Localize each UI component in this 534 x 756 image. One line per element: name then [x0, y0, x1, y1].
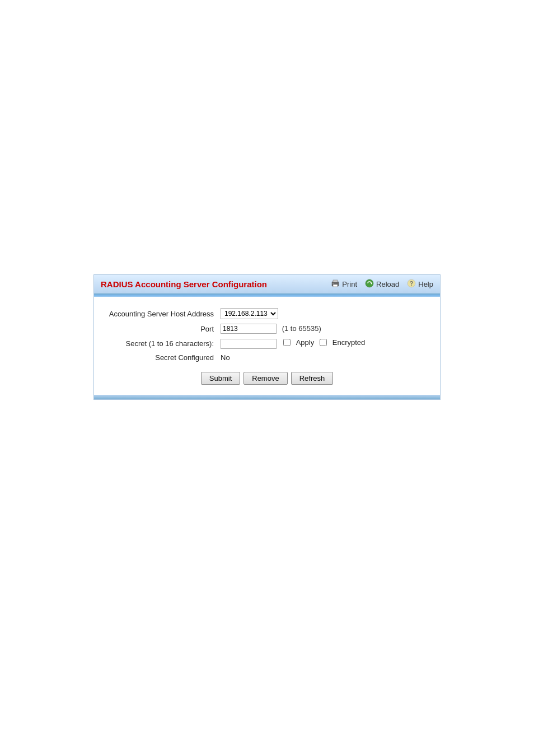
encrypted-checkbox[interactable] — [320, 339, 327, 346]
encrypted-group: Encrypted — [320, 338, 366, 347]
form-table: Accounting Server Host Address 192.168.2… — [105, 306, 429, 364]
remove-button[interactable]: Remove — [243, 372, 287, 385]
encrypted-label: Encrypted — [332, 338, 366, 347]
help-button[interactable]: ? Help — [407, 279, 433, 290]
accounting-host-value: 192.168.2.113 — [217, 306, 429, 321]
secret-configured-value: No — [217, 351, 429, 364]
svg-text:?: ? — [410, 281, 413, 287]
accounting-host-row: Accounting Server Host Address 192.168.2… — [105, 306, 429, 321]
accounting-host-select[interactable]: 192.168.2.113 — [221, 308, 278, 319]
reload-label: Reload — [376, 280, 399, 288]
panel-actions: Print Reload — [331, 279, 433, 290]
help-label: Help — [418, 280, 433, 288]
secret-label: Secret (1 to 16 characters): — [105, 336, 217, 351]
port-row: Port (1 to 65535) — [105, 321, 429, 336]
apply-group: Apply — [283, 338, 315, 347]
panel-header: RADIUS Accounting Server Configuration P… — [94, 275, 440, 295]
print-icon — [331, 279, 340, 290]
accounting-host-label: Accounting Server Host Address — [105, 306, 217, 321]
secret-configured-label: Secret Configured — [105, 351, 217, 364]
secret-configured-row: Secret Configured No — [105, 351, 429, 364]
secret-row: Secret (1 to 16 characters): Apply Encry… — [105, 336, 429, 351]
port-hint: (1 to 65535) — [282, 324, 321, 333]
print-button[interactable]: Print — [331, 279, 357, 290]
secret-value: Apply Encrypted — [217, 336, 429, 351]
reload-button[interactable]: Reload — [365, 279, 399, 290]
port-value: (1 to 65535) — [217, 321, 429, 336]
button-row: Submit Remove Refresh — [105, 372, 429, 385]
apply-checkbox[interactable] — [283, 339, 291, 346]
panel-title: RADIUS Accounting Server Configuration — [101, 279, 267, 289]
port-label: Port — [105, 321, 217, 336]
help-icon: ? — [407, 279, 416, 290]
secret-input[interactable] — [221, 339, 277, 349]
refresh-button[interactable]: Refresh — [291, 372, 334, 385]
print-label: Print — [342, 280, 357, 288]
panel-footer — [94, 395, 440, 399]
svg-rect-2 — [333, 284, 338, 287]
panel-body: Accounting Server Host Address 192.168.2… — [94, 297, 440, 395]
reload-icon — [365, 279, 374, 290]
submit-button[interactable]: Submit — [201, 372, 240, 385]
svg-rect-3 — [332, 283, 334, 283]
svg-rect-1 — [333, 280, 338, 282]
radius-accounting-panel: RADIUS Accounting Server Configuration P… — [93, 274, 441, 400]
apply-label: Apply — [296, 338, 315, 347]
port-input[interactable] — [221, 324, 277, 334]
